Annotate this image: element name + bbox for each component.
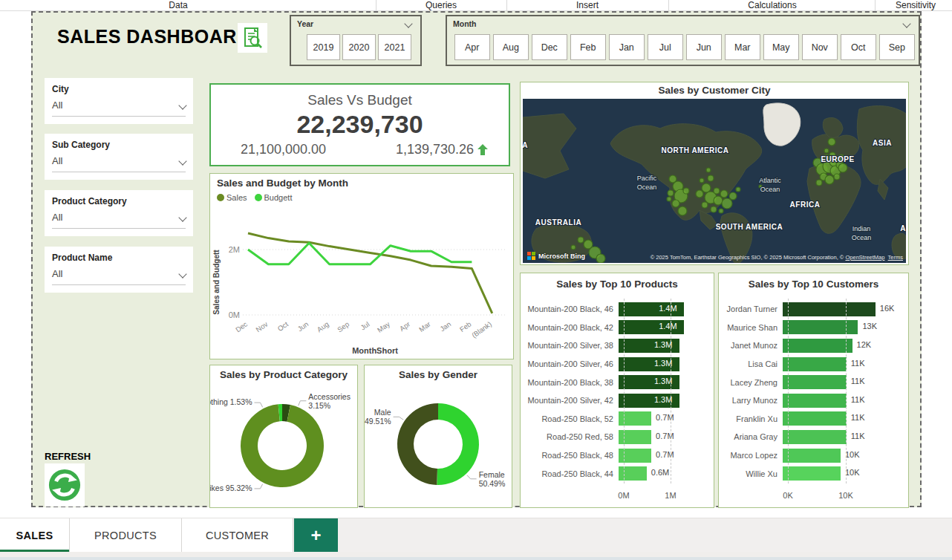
bar-track: 0.7M [619,449,709,463]
filter-dropdown[interactable]: All [52,155,186,172]
axis-tick-label: 10K [838,491,853,500]
bar[interactable] [783,302,876,316]
month-option-jul[interactable]: Jul [648,34,683,60]
legend-item-sales[interactable]: Sales [217,193,247,202]
terms-link[interactable]: Terms [888,254,903,261]
filter-dropdown[interactable]: All [52,100,186,117]
menu-item-insert[interactable]: Insert [576,0,599,11]
month-option-nov[interactable]: Nov [802,34,838,60]
svg-text:Mar: Mar [417,320,432,333]
table-row: Larry Munoz11K [719,391,904,410]
gridline [671,299,671,484]
bar[interactable] [783,411,847,426]
filter-card-sub-category: Sub CategoryAll [45,134,193,180]
line-chart-title: Sales and Budget by Month [217,178,348,189]
table-row: Mountain-200 Silver, 421.3M [521,391,709,410]
bar[interactable] [783,449,841,463]
bar-track: 1.4M [619,320,709,334]
refresh-label: REFRESH [45,451,91,462]
svg-text:Pacific: Pacific [637,175,657,182]
gender-donut[interactable]: Female50.49%Male49.51% [365,382,513,507]
table-row: Willie Xu10K [719,464,904,483]
chevron-down-icon[interactable] [178,213,186,221]
year-option-2021[interactable]: 2021 [378,34,411,60]
bar-category-label: Mountain-200 Silver, 42 [521,396,619,405]
bar[interactable] [783,394,847,408]
month-option-dec[interactable]: Dec [532,34,567,60]
axis-tick-label: 0M [618,491,629,500]
menu-item-calculations[interactable]: Calculations [748,0,796,11]
chevron-down-icon[interactable] [178,101,186,109]
filter-label: City [52,84,186,94]
tab-products[interactable]: PRODUCTS [70,518,182,553]
chevron-down-icon[interactable] [902,19,910,27]
menu-item-queries[interactable]: Queries [426,0,457,11]
month-option-apr[interactable]: Apr [454,34,490,60]
bar[interactable] [619,466,647,481]
bar-value-label: 1.3M [654,359,672,368]
bar-value-label: 11K [851,377,865,385]
table-row: Lisa Cai11K [719,355,904,374]
table-row: Road-250 Black, 520.7M [521,410,709,429]
svg-text:(Blank): (Blank) [470,320,493,339]
tab-sales[interactable]: SALES [0,518,70,553]
donut-slice-female[interactable] [437,403,479,485]
month-option-aug[interactable]: Aug [493,34,529,60]
table-row: Mountain-200 Black, 421.4M [521,319,709,337]
bar[interactable] [783,466,841,481]
year-option-2020[interactable]: 2020 [342,34,376,60]
kpi-variance-value: 1,139,730.26 [396,142,474,157]
svg-text:Oct: Oct [276,319,290,333]
month-option-oct[interactable]: Oct [841,34,876,60]
filter-card-product-category: Product CategoryAll [45,190,193,236]
add-page-button[interactable]: + [294,518,338,553]
svg-text:50.49%: 50.49% [479,479,506,488]
bar-track: 0.6M [619,466,709,481]
filter-value: All [52,268,62,279]
bar-category-label: Road-250 Black, 44 [521,469,619,478]
openstreetmap-link[interactable]: OpenStreetMap [845,254,884,261]
bar[interactable] [783,357,847,371]
chevron-down-icon[interactable] [404,19,412,27]
month-option-jan[interactable]: Jan [609,34,645,60]
year-option-2019[interactable]: 2019 [307,34,340,60]
month-option-feb[interactable]: Feb [570,34,606,60]
page-tab-bar: + SALESPRODUCTSCUSTOMER [0,518,952,552]
table-row: Mountain-200 Silver, 381.3M [521,336,709,355]
month-option-sep[interactable]: Sep [879,34,915,60]
month-option-may[interactable]: May [763,34,799,60]
tab-customer[interactable]: CUSTOMER [182,518,293,553]
refresh-button[interactable] [45,463,85,507]
bar[interactable] [783,320,858,334]
bar-value-label: 1.4M [659,304,676,313]
filter-dropdown[interactable]: All [52,268,186,285]
refresh-icon [48,468,82,502]
bing-logo: Microsoft Bing [527,252,585,260]
bar[interactable] [783,430,847,444]
bar[interactable] [783,339,852,353]
bar[interactable] [783,375,847,389]
legend-dot [255,194,262,201]
svg-text:Dec: Dec [234,319,249,333]
svg-text:ASIA: ASIA [873,139,892,147]
month-option-mar[interactable]: Mar [725,34,760,60]
bar-track: 1.4M [619,302,709,316]
menu-item-data[interactable]: Data [169,0,187,11]
chevron-down-icon[interactable] [178,157,186,165]
donut-slice-male[interactable] [397,403,438,485]
menu-item-sensitivity[interactable]: Sensitivity [896,0,936,11]
chevron-down-icon[interactable] [178,270,186,278]
bar-value-label: 10K [845,468,860,477]
table-row: Road-250 Black, 440.6M [521,464,709,483]
table-row: Maurice Shan13K [719,319,904,337]
legend-item-budgett[interactable]: Budgett [255,193,293,202]
svg-text:49.51%: 49.51% [365,417,391,426]
month-option-jun[interactable]: Jun [686,34,722,60]
axis-tick-label: 0K [783,491,792,500]
world-map[interactable]: ASIANORTH AMERICAEUROPEASIAAFRICASOUTH A… [523,99,906,263]
month-slicer: Month AprAugDecFebJanJulJunMarMayNovOctS… [446,15,920,66]
line-chart-plot[interactable]: 0M2MDecNovOctJunAugSepJulMayAprMarJanFeb… [210,208,513,358]
filter-dropdown[interactable]: All [52,212,186,229]
product-category-donut[interactable]: Accessories3.15%Bikes 95.32%Clothing 1.5… [210,382,359,507]
kpi-card-sales-vs-budget: Sales Vs Budget 22,239,730 21,100,000.00… [209,83,510,166]
